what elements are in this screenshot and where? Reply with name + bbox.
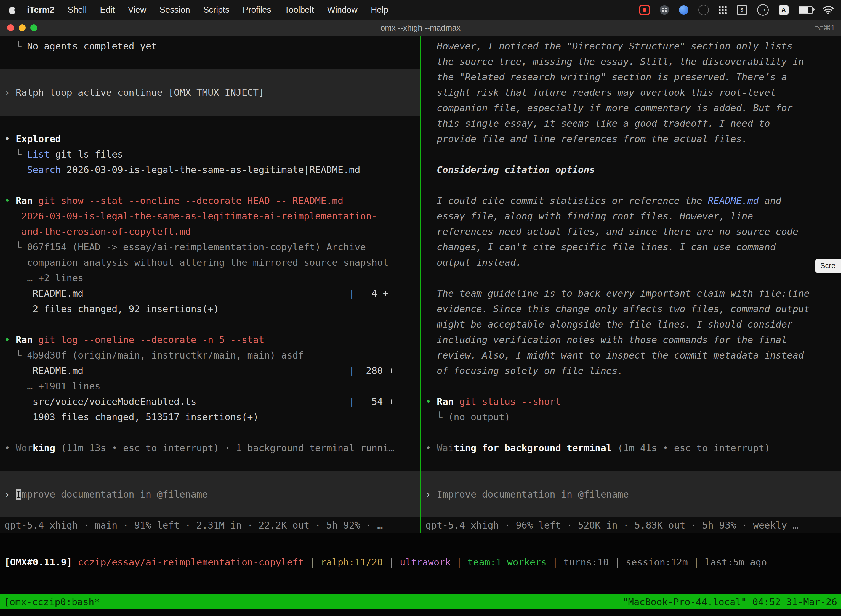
terminal-line: • Explored	[0, 131, 420, 147]
menu-item-iterm2[interactable]: iTerm2	[21, 5, 61, 15]
terminal-line	[421, 456, 841, 471]
command-input[interactable]: › Improve documentation in @filename	[421, 487, 841, 502]
terminal-line	[421, 177, 841, 193]
menu-items: iTerm2ShellEditViewSessionScriptsProfile…	[7, 5, 395, 15]
dots-grid-icon[interactable]	[719, 6, 721, 8]
text-segment: 2026-03-09-is-legal-the-same-as-legitima…	[61, 164, 360, 175]
omx-status-line: [OMX#0.11.9] cczip/essay/ai-reimplementa…	[0, 554, 841, 570]
apple-menu-icon[interactable]	[9, 6, 16, 14]
dark-app-icon[interactable]	[698, 5, 709, 15]
text-segment: gpt-5.4 xhigh · 96% left · 520K in · 5.8…	[425, 520, 798, 531]
minimize-button[interactable]	[19, 24, 26, 31]
text-segment: slight risk that future readers may over…	[425, 87, 776, 98]
zoom-button[interactable]	[30, 24, 37, 31]
terminal-line: • Waiting for background terminal (1m 41…	[421, 440, 841, 456]
terminal-line: review. Also, I might want to inspect th…	[421, 348, 841, 363]
text-segment: Ralph loop active continue [OMX_TMUX_INJ…	[16, 87, 264, 98]
terminal-line: └ List git ls-files	[0, 147, 420, 162]
terminal-line: 2026-03-09-is-legal-the-same-as-legitima…	[0, 208, 420, 224]
menu-item-scripts[interactable]: Scripts	[197, 5, 236, 15]
text-segment: └	[4, 149, 27, 160]
text-segment: 1903 files changed, 513517 insertions(+)	[4, 412, 259, 422]
text-segment: README.md | 280 +	[4, 365, 394, 376]
text-segment: and	[759, 195, 781, 206]
text-segment: •	[4, 334, 16, 345]
terminal-line: references need actual files, and since …	[421, 224, 841, 239]
text-segment: I	[16, 489, 21, 500]
terminal-line: including verification notes with those …	[421, 332, 841, 348]
traffic-lights	[7, 24, 37, 31]
terminal-line: 2 files changed, 92 insertions(+)	[0, 301, 420, 317]
text-segment: | turns:10 | session:12m | last:5m ago	[547, 557, 767, 568]
text-segment: of focusing solely on file lines.	[425, 365, 623, 376]
app-8-icon[interactable]: 8	[737, 5, 747, 15]
text-segment: cczip/essay/ai-reimplementation-copyleft	[78, 557, 304, 568]
keyboard-layout-icon[interactable]: A	[779, 5, 788, 15]
menu-item-profiles[interactable]: Profiles	[236, 5, 278, 15]
terminal-line: README.md | 4 +	[0, 286, 420, 301]
text-segment: Wai	[437, 442, 454, 453]
omx-status-bar: [OMX#0.11.9] cczip/essay/ai-reimplementa…	[0, 554, 841, 570]
terminal-line: the "Related research writing" section i…	[421, 69, 841, 85]
close-button[interactable]	[7, 24, 14, 31]
text-segment: git log --oneline --decorate -n 5 --stat	[38, 334, 264, 345]
text-segment: essay file, along with finding root file…	[425, 211, 753, 221]
terminal-line: companion file, especially if more comme…	[421, 100, 841, 116]
menu-item-session[interactable]: Session	[153, 5, 196, 15]
battery-gauge-icon[interactable]: .61	[757, 4, 769, 16]
battery-icon[interactable]	[799, 6, 813, 14]
text-segment: including verification notes with those …	[425, 334, 787, 345]
command-input[interactable]: › Improve documentation in @filename	[0, 487, 420, 502]
terminal-line: The team guideline is to back every impo…	[421, 286, 841, 301]
terminal-line: • Working (11m 13s • esc to interrupt) ·…	[0, 440, 420, 456]
menu-item-help[interactable]: Help	[364, 5, 395, 15]
terminal-line: … +1901 lines	[0, 378, 420, 394]
text-segment: Ran	[16, 334, 38, 345]
text-segment: |	[383, 557, 400, 568]
terminal-line: … +2 lines	[0, 270, 420, 286]
menu-item-window[interactable]: Window	[321, 5, 364, 15]
terminal-line: 1903 files changed, 513517 insertions(+)	[0, 409, 420, 425]
text-segment: git status --short	[459, 396, 561, 407]
text-segment: List	[27, 149, 50, 160]
terminal-line	[421, 502, 841, 518]
menu-item-edit[interactable]: Edit	[93, 5, 121, 15]
terminal-line	[0, 471, 420, 487]
menu-item-view[interactable]: View	[122, 5, 153, 15]
tmux-status-bar: [omx-cczip0:bash* "MacBook-Pro-44.local"…	[0, 594, 841, 609]
terminal-line: output instead.	[421, 255, 841, 270]
text-segment: └ 067f154 (HEAD -> essay/ai-reimplementa…	[4, 242, 366, 252]
terminal-line: • Ran git status --short	[421, 394, 841, 409]
text-segment: git ls-files	[50, 149, 123, 160]
bento-grid-icon[interactable]	[660, 5, 669, 15]
text-segment: •	[425, 442, 437, 453]
terminal-line: of focusing solely on file lines.	[421, 363, 841, 378]
text-segment: Ran	[437, 396, 459, 407]
text-segment: •	[4, 442, 16, 453]
text-segment: … +1901 lines	[4, 381, 100, 392]
terminal-line	[421, 425, 841, 440]
terminal-line: this single essay, it seems like a good …	[421, 116, 841, 131]
terminal-line	[0, 116, 420, 131]
blue-app-icon[interactable]	[679, 5, 689, 15]
text-segment: gpt-5.4 xhigh · main · 91% left · 2.31M …	[4, 520, 383, 531]
text-segment: ting for background terminal	[454, 442, 612, 453]
text-segment	[4, 164, 27, 175]
text-segment: team:1 workers	[468, 557, 547, 568]
menu-item-toolbelt[interactable]: Toolbelt	[278, 5, 321, 15]
window-title-bar: omx --xhigh --madmax ⌥⌘1	[0, 20, 841, 36]
wifi-icon[interactable]	[823, 6, 834, 14]
text-segment: might be acceptable alongside the file l…	[425, 319, 793, 330]
text-segment: |	[304, 557, 321, 568]
bento-dots	[662, 8, 664, 9]
menu-item-shell[interactable]: Shell	[61, 5, 93, 15]
terminal-line: └ 067f154 (HEAD -> essay/ai-reimplementa…	[0, 239, 420, 255]
terminal-line	[421, 378, 841, 394]
terminal-line	[421, 270, 841, 286]
terminal-line: • Ran git log --oneline --decorate -n 5 …	[0, 332, 420, 348]
text-segment: 2026-03-09-is-legal-the-same-as-legitima…	[4, 211, 377, 221]
screen-record-indicator-icon[interactable]	[639, 5, 650, 15]
text-segment: README.md	[708, 195, 759, 206]
terminal-line	[0, 69, 420, 85]
screen-overlay-button[interactable]: Scre	[815, 259, 841, 273]
